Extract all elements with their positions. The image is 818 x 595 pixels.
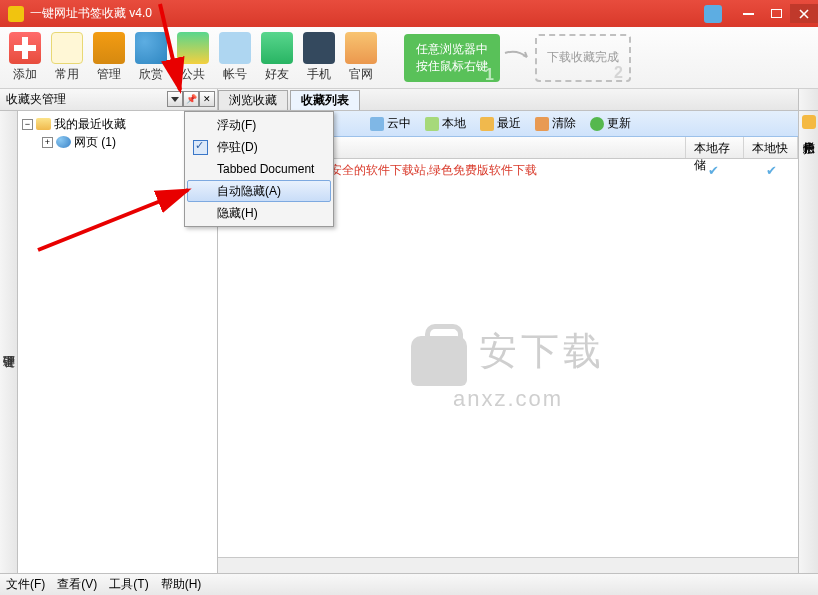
account-icon (802, 115, 816, 129)
filter-local[interactable]: 本地 (419, 114, 472, 134)
filter-recent[interactable]: 最近 (474, 114, 527, 134)
menu-item-float[interactable]: 浮动(F) (187, 114, 331, 136)
minimize-button[interactable] (734, 4, 762, 23)
right-panel-header (798, 89, 818, 110)
tool-mobile[interactable]: 手机 (298, 29, 340, 87)
context-menu: 浮动(F) 停驻(D) Tabbed Document 自动隐藏(A) 隐藏(H… (184, 111, 334, 227)
svg-rect-0 (743, 13, 754, 15)
window-title: 一键网址书签收藏 v4.0 (30, 5, 704, 22)
app-icon (8, 6, 24, 22)
panel-close-button[interactable]: ✕ (199, 91, 215, 107)
note-icon (51, 32, 83, 64)
plus-icon (9, 32, 41, 64)
window-buttons (704, 0, 818, 27)
filter-cloud[interactable]: 云中 (364, 114, 417, 134)
clock-icon (480, 117, 494, 131)
tool-account[interactable]: 帐号 (214, 29, 256, 87)
menu-item-autohide[interactable]: 自动隐藏(A) (187, 180, 331, 202)
panel-header-row: 收藏夹管理 📌 ✕ 浏览收藏 收藏列表 (0, 89, 818, 111)
title-bar: 一键网址书签收藏 v4.0 (0, 0, 818, 27)
refresh-icon (590, 117, 604, 131)
menu-item-hide[interactable]: 隐藏(H) (187, 202, 331, 224)
tab-list[interactable]: 收藏列表 (290, 90, 360, 110)
tool-view[interactable]: 欣赏 (130, 29, 172, 87)
menu-tool[interactable]: 工具(T) (109, 576, 148, 593)
horizontal-scrollbar[interactable] (218, 557, 798, 573)
bottom-menu-bar: 文件(F) 查看(V) 工具(T) 帮助(H) (0, 573, 818, 595)
menu-help[interactable]: 帮助(H) (161, 576, 202, 593)
cloud-icon (370, 117, 384, 131)
broom-icon (535, 117, 549, 131)
main-toolbar: 添加 常用 管理 欣赏 公共 帐号 好友 手机 官网 任意浏览器中 按住鼠标右键… (0, 27, 818, 89)
tool-add[interactable]: 添加 (4, 29, 46, 87)
expander-icon[interactable]: − (22, 119, 33, 130)
people-icon (177, 32, 209, 64)
user-icon (219, 32, 251, 64)
menu-view[interactable]: 查看(V) (57, 576, 97, 593)
maximize-button[interactable] (762, 4, 790, 23)
tool-public[interactable]: 公共 (172, 29, 214, 87)
watermark: 安下载 anxz.com (411, 326, 605, 412)
filter-update[interactable]: 更新 (584, 114, 637, 134)
left-collapsed-panel[interactable]: 下键管理 (0, 111, 18, 573)
panel-dropdown-button[interactable] (167, 91, 183, 107)
home-icon (345, 32, 377, 64)
gift-icon[interactable] (704, 5, 722, 23)
content-canvas: 安下载 anxz.com (218, 181, 798, 557)
menu-item-tabbed[interactable]: Tabbed Document (187, 158, 331, 180)
svg-rect-1 (771, 10, 781, 18)
bag-icon (411, 336, 467, 386)
col-local-store[interactable]: 本地存储 (686, 137, 744, 158)
tool-official[interactable]: 官网 (340, 29, 382, 87)
folder-icon (36, 118, 51, 130)
menu-file[interactable]: 文件(F) (6, 576, 45, 593)
tab-browse[interactable]: 浏览收藏 (218, 90, 288, 110)
tool-friend[interactable]: 好友 (256, 29, 298, 87)
panel-pin-button[interactable]: 📌 (183, 91, 199, 107)
globe-icon (135, 32, 167, 64)
side-panel-title: 收藏夹管理 (6, 91, 66, 108)
expander-icon[interactable]: + (42, 137, 53, 148)
arrow-icon (500, 34, 535, 82)
drawer-icon (93, 32, 125, 64)
globe-icon (56, 136, 71, 148)
hint-card-1: 任意浏览器中 按住鼠标右键 1 (404, 34, 500, 82)
side-panel-header: 收藏夹管理 📌 ✕ (0, 89, 218, 110)
tab-strip: 浏览收藏 收藏列表 (218, 89, 798, 110)
filter-clear[interactable]: 清除 (529, 114, 582, 134)
right-collapsed-panel[interactable]: 帐户信息 (798, 111, 818, 573)
menu-item-dock[interactable]: 停驻(D) (187, 136, 331, 158)
main-body: 下键管理 − 我的最近收藏 + 网页 (1) 云中 本地 最近 清除 更新 本地… (0, 111, 818, 573)
tool-common[interactable]: 常用 (46, 29, 88, 87)
mobile-icon (303, 32, 335, 64)
friend-icon (261, 32, 293, 64)
disk-icon (425, 117, 439, 131)
tool-manage[interactable]: 管理 (88, 29, 130, 87)
check-icon: ✔ (708, 163, 719, 178)
close-button[interactable] (790, 4, 818, 23)
check-icon: ✔ (766, 163, 777, 178)
col-local-fast[interactable]: 本地快 (744, 137, 798, 158)
hint-card-2: 下载收藏完成 2 (535, 34, 631, 82)
